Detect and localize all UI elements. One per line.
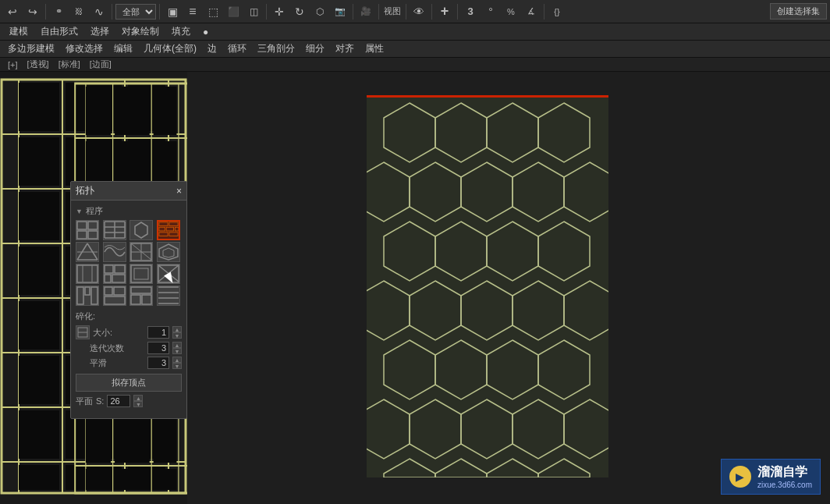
frag-size-input[interactable] bbox=[147, 326, 169, 339]
create-sel-set-button[interactable]: 创建选择集 bbox=[770, 3, 827, 20]
vp-plus[interactable]: [+] bbox=[5, 60, 21, 69]
sub-geo-all[interactable]: 几何体(全部) bbox=[139, 41, 201, 57]
pattern-cell-13[interactable] bbox=[103, 286, 126, 306]
svg-rect-16 bbox=[19, 137, 59, 186]
svg-rect-108 bbox=[77, 231, 87, 239]
sub-subdiv[interactable]: 细分 bbox=[301, 41, 329, 57]
wave-icon: ∿ bbox=[94, 5, 104, 18]
move-btn[interactable]: ✛ bbox=[270, 2, 289, 21]
frag-size-up[interactable]: ▲ bbox=[172, 326, 182, 332]
frag-smooth-input[interactable] bbox=[147, 357, 169, 369]
view-btn[interactable]: 👁 bbox=[410, 2, 428, 21]
topology-close-button[interactable]: × bbox=[176, 186, 182, 197]
pattern-cell-4[interactable] bbox=[76, 242, 99, 262]
frag-smooth-up[interactable]: ▲ bbox=[172, 357, 182, 363]
menu-modeling[interactable]: 建模 bbox=[3, 23, 34, 41]
menu-dot[interactable]: ● bbox=[197, 23, 215, 41]
svg-rect-22 bbox=[19, 247, 59, 295]
pattern-cell-14[interactable] bbox=[129, 286, 153, 306]
chain-button[interactable]: ⛓ bbox=[69, 2, 88, 21]
refresh-icon: ↻ bbox=[295, 5, 304, 18]
sub-loop[interactable]: 循环 bbox=[223, 41, 251, 57]
pattern-cell-3[interactable] bbox=[157, 220, 180, 240]
selection-dropdown[interactable]: 全部 bbox=[115, 4, 156, 20]
undo-button[interactable]: ↩ bbox=[3, 2, 22, 21]
camera-icon: 🎥 bbox=[360, 6, 371, 16]
select-btn[interactable]: ▣ bbox=[163, 2, 182, 21]
svg-rect-124 bbox=[168, 232, 177, 236]
refresh-btn[interactable]: ↻ bbox=[290, 2, 309, 21]
render-btn[interactable]: 📷 bbox=[331, 2, 349, 21]
plane-s-input[interactable] bbox=[107, 395, 130, 407]
pattern-cell-8[interactable] bbox=[76, 264, 99, 284]
rect-sel2-btn[interactable]: ⬛ bbox=[224, 2, 243, 21]
pattern-cell-0[interactable] bbox=[76, 220, 99, 240]
svg-rect-109 bbox=[88, 231, 98, 239]
camera-btn[interactable]: 🎥 bbox=[356, 2, 375, 21]
num3-btn[interactable]: 3 bbox=[461, 2, 480, 21]
bracket-btn[interactable]: {} bbox=[548, 2, 566, 21]
pattern-cell-5[interactable] bbox=[103, 242, 126, 262]
list-btn[interactable]: ≡ bbox=[183, 2, 202, 21]
watermark-title: 溜溜自学 bbox=[757, 464, 812, 481]
sub-align[interactable]: 对齐 bbox=[331, 41, 359, 57]
pattern-cell-2[interactable] bbox=[129, 220, 153, 240]
svg-rect-141 bbox=[112, 275, 125, 282]
topology-title-label: 拓扑 bbox=[76, 184, 94, 197]
svg-rect-153 bbox=[131, 287, 151, 293]
redo-button[interactable]: ↪ bbox=[23, 2, 42, 21]
frag-size-label: 大小: bbox=[93, 327, 144, 339]
pattern-cell-6[interactable] bbox=[129, 242, 153, 262]
sep1 bbox=[45, 4, 46, 20]
menu-select[interactable]: 选择 bbox=[84, 23, 115, 41]
rect-sel3-btn[interactable]: ◫ bbox=[244, 2, 263, 21]
pattern-cell-7[interactable] bbox=[157, 242, 180, 262]
link-button[interactable]: ⚭ bbox=[49, 2, 68, 21]
view-label: 视图 bbox=[382, 5, 403, 17]
sep7 bbox=[406, 4, 406, 20]
plane-s-up[interactable]: ▲ bbox=[133, 395, 143, 401]
pattern-cell-15[interactable] bbox=[157, 286, 180, 306]
frag-size-down[interactable]: ▼ bbox=[172, 332, 182, 339]
plane-s-down[interactable]: ▼ bbox=[133, 401, 143, 407]
plus-btn[interactable]: + bbox=[435, 2, 454, 21]
angle-btn[interactable]: ∡ bbox=[522, 2, 541, 21]
sub-edge[interactable]: 边 bbox=[203, 41, 222, 57]
menu-freeform[interactable]: 自由形式 bbox=[34, 23, 84, 41]
topology-content: 程序 bbox=[71, 201, 186, 418]
plane-s-label: S: bbox=[96, 396, 104, 406]
sub-modify-sel[interactable]: 修改选择 bbox=[61, 41, 108, 57]
vp-perspective[interactable]: [透视] bbox=[24, 59, 52, 70]
pattern-cell-10[interactable] bbox=[129, 264, 153, 284]
plane-label: 平面 bbox=[76, 396, 93, 407]
store-vertex-button[interactable]: 拟存顶点 bbox=[76, 374, 182, 392]
list-icon: ≡ bbox=[189, 5, 196, 19]
svg-rect-122 bbox=[175, 227, 179, 231]
percent-btn[interactable]: % bbox=[502, 2, 520, 21]
frag-iter-up[interactable]: ▲ bbox=[172, 342, 182, 348]
sub-edit[interactable]: 编辑 bbox=[109, 41, 137, 57]
pattern-cell-9[interactable] bbox=[103, 264, 126, 284]
deg-btn[interactable]: ° bbox=[481, 2, 500, 21]
sub-tri[interactable]: 三角剖分 bbox=[253, 41, 300, 57]
pattern-cell-1[interactable] bbox=[103, 220, 126, 240]
vp-edge-face[interactable]: [边面] bbox=[87, 59, 115, 70]
vp-standard[interactable]: [标准] bbox=[55, 59, 83, 70]
menu-obj-paint[interactable]: 对象绘制 bbox=[115, 23, 165, 41]
svg-rect-67 bbox=[86, 414, 111, 463]
rect-sel-btn[interactable]: ⬚ bbox=[204, 2, 222, 21]
frag-iter-input[interactable] bbox=[147, 342, 169, 354]
svg-rect-121 bbox=[166, 227, 173, 231]
wave-button[interactable]: ∿ bbox=[90, 2, 108, 21]
svg-rect-34 bbox=[19, 465, 59, 490]
frag-iter-label: 迭代次数 bbox=[76, 343, 144, 354]
sel2-btn[interactable]: ⬡ bbox=[310, 2, 329, 21]
svg-rect-147 bbox=[77, 287, 83, 304]
pattern-cell-12[interactable] bbox=[76, 286, 99, 306]
frag-smooth-down[interactable]: ▼ bbox=[172, 363, 182, 369]
sub-poly-model[interactable]: 多边形建模 bbox=[3, 41, 59, 57]
frag-iter-down[interactable]: ▼ bbox=[172, 348, 182, 354]
top-highlight-line bbox=[367, 95, 608, 98]
sub-props[interactable]: 属性 bbox=[360, 41, 388, 57]
menu-fill[interactable]: 填充 bbox=[165, 23, 197, 41]
